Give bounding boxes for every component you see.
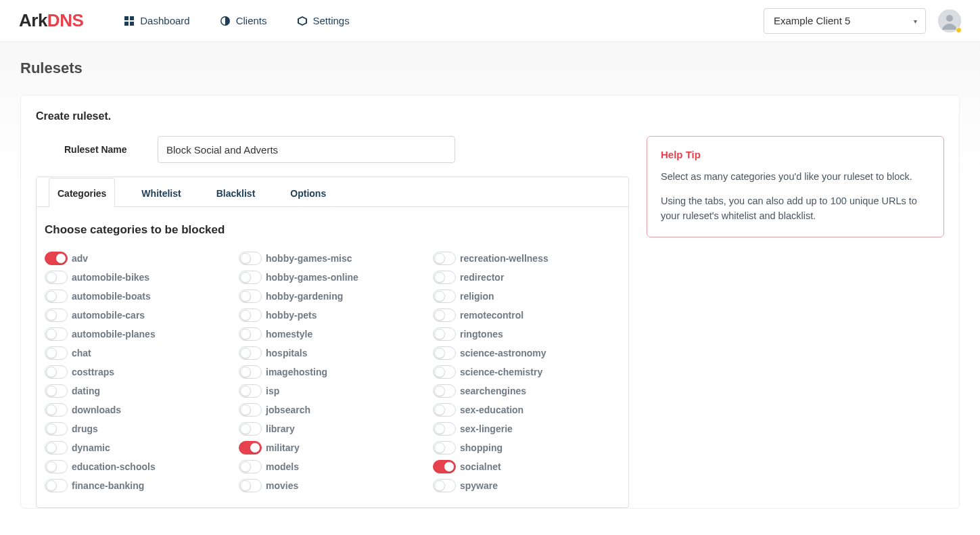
category-label: drugs <box>72 423 98 434</box>
category-label: dating <box>72 386 100 396</box>
toggle-chat[interactable] <box>45 346 68 360</box>
toggle-finance-banking[interactable] <box>45 479 68 492</box>
toggle-science-astronomy[interactable] <box>433 346 456 360</box>
category-label: homestyle <box>266 329 312 340</box>
toggle-education-schools[interactable] <box>45 460 68 473</box>
tab-options[interactable]: Options <box>281 178 335 207</box>
toggle-hobby-pets[interactable] <box>239 308 262 322</box>
card-heading: Create ruleset. <box>36 110 944 122</box>
toggle-drugs[interactable] <box>45 422 68 436</box>
nav-settings[interactable]: Settings <box>297 15 350 26</box>
category-label: library <box>266 423 295 434</box>
nav-clients-label: Clients <box>236 15 267 26</box>
nav-dashboard-label: Dashboard <box>140 15 189 26</box>
toggle-socialnet[interactable] <box>433 460 456 473</box>
toggle-recreation-wellness[interactable] <box>433 252 456 265</box>
toggle-automobile-cars[interactable] <box>45 308 68 322</box>
tabs: Categories Whitelist Blacklist Options <box>37 177 628 207</box>
category-ringtones: ringtones <box>433 325 620 344</box>
category-movies: movies <box>239 476 426 495</box>
col-side: Help Tip Select as many categories you'd… <box>647 136 944 237</box>
toggle-costtraps[interactable] <box>45 365 68 379</box>
toggle-homestyle[interactable] <box>239 327 262 341</box>
category-label: automobile-planes <box>72 329 156 340</box>
toggle-hobby-games-online[interactable] <box>239 271 262 284</box>
client-select[interactable]: Example Client 5 <box>764 8 926 34</box>
toggle-library[interactable] <box>239 422 262 436</box>
toggle-hobby-games-misc[interactable] <box>239 252 262 265</box>
category-label: hospitals <box>266 348 307 358</box>
toggle-sex-lingerie[interactable] <box>433 422 456 436</box>
category-label: spyware <box>460 480 498 491</box>
svg-rect-1 <box>130 16 134 20</box>
toggle-ringtones[interactable] <box>433 327 456 341</box>
toggle-searchengines[interactable] <box>433 384 456 398</box>
toggle-movies[interactable] <box>239 479 262 492</box>
tab-whitelist[interactable]: Whitelist <box>133 178 189 207</box>
ruleset-card: Create ruleset. Ruleset Name Categories … <box>20 95 960 509</box>
toggle-dating[interactable] <box>45 384 68 398</box>
category-hobby-pets: hobby-pets <box>239 306 426 325</box>
category-dating: dating <box>45 381 232 400</box>
nav-clients[interactable]: Clients <box>220 15 267 26</box>
toggle-dynamic[interactable] <box>45 441 68 455</box>
category-label: science-chemistry <box>460 367 542 377</box>
toggle-religion[interactable] <box>433 289 456 303</box>
brand-logo[interactable]: ArkDNS <box>19 10 83 31</box>
category-science-astronomy: science-astronomy <box>433 344 620 363</box>
category-science-chemistry: science-chemistry <box>433 363 620 381</box>
svg-rect-0 <box>124 16 129 20</box>
toggle-hobby-gardening[interactable] <box>239 289 262 303</box>
category-label: religion <box>460 291 494 302</box>
category-library: library <box>239 419 426 438</box>
toggle-hospitals[interactable] <box>239 346 262 360</box>
col-main: Ruleset Name Categories Whitelist Blackl… <box>36 136 629 508</box>
toggle-redirector[interactable] <box>433 271 456 284</box>
category-automobile-boats: automobile-boats <box>45 287 232 306</box>
toggle-models[interactable] <box>239 460 262 473</box>
toggle-spyware[interactable] <box>433 479 456 492</box>
toggle-automobile-planes[interactable] <box>45 327 68 341</box>
tab-categories[interactable]: Categories <box>49 178 115 207</box>
ruleset-name-row: Ruleset Name <box>36 136 629 163</box>
category-label: shopping <box>460 442 503 453</box>
toggle-shopping[interactable] <box>433 441 456 455</box>
category-label: sex-education <box>460 404 523 415</box>
ruleset-name-input[interactable] <box>158 136 455 163</box>
category-models: models <box>239 457 426 476</box>
toggle-downloads[interactable] <box>45 403 68 417</box>
tab-blacklist[interactable]: Blacklist <box>208 178 264 207</box>
toggle-automobile-bikes[interactable] <box>45 271 68 284</box>
category-sex-lingerie: sex-lingerie <box>433 419 620 438</box>
toggle-science-chemistry[interactable] <box>433 365 456 379</box>
help-tip-p1: Select as many categories you'd like you… <box>661 170 930 185</box>
toggle-isp[interactable] <box>239 384 262 398</box>
toggle-remotecontrol[interactable] <box>433 308 456 322</box>
category-drugs: drugs <box>45 419 232 438</box>
toggle-imagehosting[interactable] <box>239 365 262 379</box>
category-redirector: redirector <box>433 268 620 287</box>
category-label: jobsearch <box>266 404 310 415</box>
category-label: finance-banking <box>72 480 144 491</box>
toggle-military[interactable] <box>239 441 262 455</box>
category-label: models <box>266 461 299 472</box>
category-label: education-schools <box>72 461 156 472</box>
toggle-jobsearch[interactable] <box>239 403 262 417</box>
brand-part2: DNS <box>47 10 83 30</box>
help-tip: Help Tip Select as many categories you'd… <box>647 136 944 237</box>
category-label: chat <box>72 348 91 358</box>
topbar-right: Example Client 5 <box>764 8 961 34</box>
category-label: dynamic <box>72 442 110 453</box>
category-hospitals: hospitals <box>239 344 426 363</box>
avatar[interactable] <box>938 9 961 32</box>
category-homestyle: homestyle <box>239 325 426 344</box>
toggle-sex-education[interactable] <box>433 403 456 417</box>
category-label: downloads <box>72 404 121 415</box>
category-label: redirector <box>460 272 504 283</box>
category-religion: religion <box>433 287 620 306</box>
toggle-automobile-boats[interactable] <box>45 289 68 303</box>
main-nav: Dashboard Clients Settings <box>124 15 764 26</box>
toggle-adv[interactable] <box>45 252 68 265</box>
nav-dashboard[interactable]: Dashboard <box>124 15 189 26</box>
category-label: recreation-wellness <box>460 253 549 264</box>
